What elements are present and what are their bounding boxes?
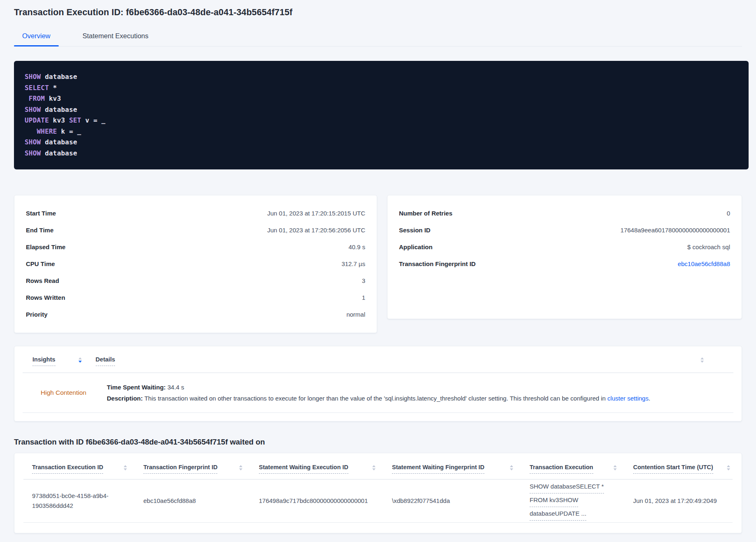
sort-icon[interactable] bbox=[372, 465, 376, 470]
transaction-execution-link[interactable]: FROM kv3SHOW bbox=[530, 495, 578, 507]
time-spent-waiting-label: Time Spent Waiting: bbox=[107, 384, 166, 391]
sort-icon[interactable] bbox=[727, 465, 730, 470]
sql-line: WHERE k = _ bbox=[25, 126, 740, 137]
transaction-execution-link[interactable]: databaseUPDATE ... bbox=[530, 509, 586, 521]
page-title: Transaction Execution ID: f6be6366-da03-… bbox=[14, 7, 742, 18]
sql-identifier: database bbox=[41, 106, 77, 113]
column-header-contention-start-time-utc: Contention Start Time (UTC) bbox=[633, 464, 733, 474]
stat-row: Rows Written1 bbox=[26, 289, 365, 306]
column-header-label[interactable]: Transaction Execution bbox=[530, 464, 593, 474]
high-contention-label: High Contention bbox=[41, 389, 107, 396]
sort-icon[interactable] bbox=[510, 465, 513, 470]
sql-line: SHOW database bbox=[25, 137, 740, 148]
stat-row: Application$ cockroach sql bbox=[399, 239, 730, 255]
table-row: 9738d051-bc0e-4158-a9b4-1903586ddd42ebc1… bbox=[23, 479, 733, 523]
stat-row: Elapsed Time40.9 s bbox=[26, 239, 365, 255]
stat-label-application: Application bbox=[399, 243, 433, 250]
sql-identifier: kv3 bbox=[45, 95, 61, 102]
arrow-up-icon bbox=[124, 465, 127, 467]
stat-value: Jun 01, 2023 at 17:20:15:2015 UTC bbox=[267, 210, 365, 217]
sql-keyword: SHOW bbox=[25, 138, 41, 146]
cell-statement-waiting-fingerprint-id: \xdb8922f077541dda bbox=[392, 496, 530, 506]
transaction-fingerprint-link[interactable]: ebc10ae56cfd88a8 bbox=[678, 260, 730, 267]
stat-label-number-of-retries: Number of Retries bbox=[399, 210, 452, 217]
sql-keyword: SHOW bbox=[25, 106, 41, 113]
sort-icon[interactable] bbox=[701, 357, 704, 363]
arrow-down-icon bbox=[124, 468, 127, 470]
sql-keyword: SELECT bbox=[25, 84, 49, 92]
insights-table: Insights Details High Contention Time Sp… bbox=[14, 346, 742, 422]
arrow-down-icon bbox=[701, 361, 704, 363]
stat-value: $ cockroach sql bbox=[687, 243, 730, 250]
column-header-label[interactable]: Contention Start Time (UTC) bbox=[633, 464, 713, 474]
arrow-down-icon bbox=[510, 468, 513, 470]
sort-icon[interactable] bbox=[124, 465, 127, 470]
sql-identifier: database bbox=[41, 73, 77, 81]
sql-identifier bbox=[25, 127, 37, 135]
sort-icon[interactable] bbox=[239, 465, 242, 470]
arrow-up-icon bbox=[510, 465, 513, 467]
description-text: This transaction waited on other transac… bbox=[143, 395, 608, 402]
tab-overview[interactable]: Overview bbox=[14, 29, 59, 46]
time-spent-waiting-value: 34.4 s bbox=[166, 384, 184, 391]
stat-label-end-time: End Time bbox=[26, 227, 53, 234]
sort-icon[interactable] bbox=[78, 357, 82, 363]
stat-value: normal bbox=[346, 311, 365, 318]
stat-label-elapsed-time: Elapsed Time bbox=[26, 243, 65, 250]
transaction-timing-card: Start TimeJun 01, 2023 at 17:20:15:2015 … bbox=[14, 195, 377, 333]
column-header-insights[interactable]: Insights bbox=[32, 356, 55, 366]
sort-icon[interactable] bbox=[613, 465, 617, 470]
stat-row: Number of Retries0 bbox=[399, 205, 730, 222]
insights-table-header: Insights Details bbox=[14, 346, 742, 366]
stat-value: 3 bbox=[362, 277, 365, 284]
description-label: Description: bbox=[107, 395, 143, 402]
arrow-up-icon bbox=[239, 465, 242, 467]
sql-line: SHOW database bbox=[25, 104, 740, 116]
waited-on-heading: Transaction with ID f6be6366-da03-48de-a… bbox=[14, 438, 742, 447]
time-spent-waiting: Time Spent Waiting: 34.4 s bbox=[107, 384, 650, 391]
sql-identifier: database bbox=[41, 138, 77, 146]
column-header-label[interactable]: Statement Waiting Execution ID bbox=[259, 464, 348, 474]
cell-contention-start-time: Jun 01, 2023 at 17:20:49:2049 bbox=[633, 496, 733, 506]
stat-value: 312.7 µs bbox=[341, 260, 365, 267]
stat-row: Start TimeJun 01, 2023 at 17:20:15:2015 … bbox=[26, 205, 365, 222]
insight-details: Time Spent Waiting: 34.4 s Description: … bbox=[107, 384, 650, 402]
stat-row: Prioritynormal bbox=[26, 306, 365, 323]
column-header-label[interactable]: Transaction Fingerprint ID bbox=[143, 464, 217, 474]
sql-keyword: WHERE bbox=[37, 127, 57, 135]
sql-line: SHOW database bbox=[25, 72, 740, 83]
arrow-up-icon bbox=[701, 357, 704, 359]
arrow-down-icon bbox=[239, 468, 242, 470]
column-header-details[interactable]: Details bbox=[96, 356, 115, 366]
stat-value: 1 bbox=[362, 294, 365, 301]
waited-on-table-header: Transaction Execution IDTransaction Fing… bbox=[23, 464, 733, 474]
stat-label-transaction-fingerprint-id: Transaction Fingerprint ID bbox=[399, 260, 476, 267]
sql-keyword: SHOW bbox=[25, 73, 41, 81]
column-header-label[interactable]: Statement Waiting Fingerprint ID bbox=[392, 464, 484, 474]
cell-transaction-execution-id: 9738d051-bc0e-4158-a9b4-1903586ddd42 bbox=[32, 491, 143, 511]
column-header-transaction-execution: Transaction Execution bbox=[530, 464, 633, 474]
stat-label-start-time: Start Time bbox=[26, 210, 56, 217]
arrow-down-icon bbox=[613, 468, 617, 470]
sql-identifier: k = _ bbox=[57, 127, 81, 135]
stat-row: End TimeJun 01, 2023 at 17:20:56:2056 UT… bbox=[26, 222, 365, 239]
insight-row: High Contention Time Spent Waiting: 34.4… bbox=[23, 373, 733, 413]
column-header-label[interactable]: Transaction Execution ID bbox=[32, 464, 103, 474]
stat-row: Session ID17648a9eea60178000000000000000… bbox=[399, 222, 730, 239]
sql-identifier: database bbox=[41, 149, 77, 157]
tab-statement-executions[interactable]: Statement Executions bbox=[74, 29, 157, 46]
stat-value: 0 bbox=[727, 210, 730, 217]
sql-identifier: * bbox=[49, 84, 57, 92]
sql-line: UPDATE kv3 SET v = _ bbox=[25, 115, 740, 126]
stat-label-rows-written: Rows Written bbox=[26, 294, 65, 301]
transaction-execution-link[interactable]: SHOW databaseSELECT * bbox=[530, 482, 604, 493]
cell-transaction-execution-lines: SHOW databaseSELECT *FROM kv3SHOWdatabas… bbox=[530, 482, 633, 521]
column-header-transaction-execution-id: Transaction Execution ID bbox=[32, 464, 143, 474]
sql-line: SHOW database bbox=[25, 148, 740, 159]
stat-value: Jun 01, 2023 at 17:20:56:2056 UTC bbox=[267, 227, 365, 234]
stat-row: Rows Read3 bbox=[26, 272, 365, 289]
sql-keyword: UPDATE bbox=[25, 116, 49, 124]
summary-cards-row: Start TimeJun 01, 2023 at 17:20:15:2015 … bbox=[14, 195, 742, 333]
cluster-settings-link[interactable]: cluster settings bbox=[607, 395, 648, 402]
tab-bar: Overview Statement Executions bbox=[14, 29, 742, 46]
